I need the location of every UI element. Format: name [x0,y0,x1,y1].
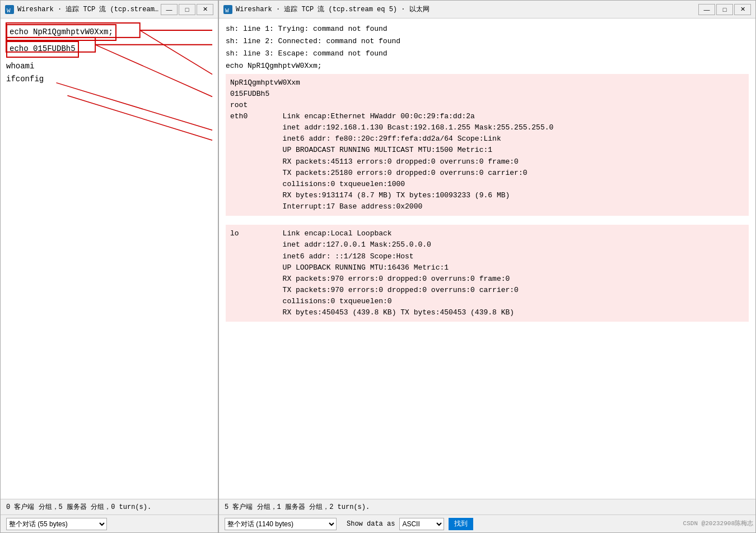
right-window-controls: — □ ✕ [698,4,751,15]
ascii-dropdown[interactable]: ASCII [399,518,444,530]
output-lo-header: lo Link encap:Local Loopback [230,228,744,239]
right-window: W Wireshark · 追踪 TCP 流 (tcp.stream eq 5)… [218,0,756,533]
output-lo-rx: RX packets:970 errors:0 dropped:0 overru… [230,274,744,285]
wireshark-icon-left: W [5,5,14,14]
output-lo-inet: inet addr:127.0.0.1 Mask:255.0.0.0 [230,239,744,251]
output-eth0-header: eth0 Link encap:Ethernet HWaddr 00:0c:29… [230,111,744,122]
command-line-3: whoami [6,60,212,73]
output-eth0-tx: TX packets:25180 errors:0 dropped:0 over… [230,168,744,179]
output-eth0-rx-bytes: RX bytes:9131174 (8.7 MB) TX bytes:10093… [230,190,744,201]
command-line-4: ifconfig [6,73,212,86]
output-eth0-inet6: inet6 addr: fe80::20c:29ff:fefa:dd2a/64 … [230,133,744,145]
svg-line-9 [67,96,212,141]
watermark: CSDN @20232908陈梅志 [683,519,753,527]
output-eth0-up: UP BROADCAST RUNNING MULTICAST MTU:1500 … [230,145,744,156]
command-line-2: echo 015FUDBh5 [6,41,212,58]
output-line-3: sh: line 3: Escape: command not found [226,48,749,60]
spacer [226,217,749,224]
left-window-title: Wireshark · 追踪 TCP 流 (tcp.stream eq 4) ·… [17,4,161,14]
minimize-button-left[interactable]: — [161,4,178,15]
highlighted-command-2: echo 015FUDBh5 [6,41,79,58]
highlighted-command-1: echo NpR1QgmhptvW0Xxm; [6,24,116,41]
highlighted-output-block-1: NpR1QgmhptvW0Xxm 015FUDBh5 root eth0 Lin… [226,74,749,216]
left-content-area: echo NpR1QgmhptvW0Xxm; echo 015FUDBh5 wh… [1,18,218,499]
ifconfig-command: ifconfig [6,75,44,84]
left-status-text: 0 客户端 分组，5 服务器 分组，0 turn(s). [6,502,151,512]
left-footer: 整个对话 (55 bytes) [1,515,218,532]
wireshark-icon-right: W [223,5,232,14]
output-lo-up: UP LOOPBACK RUNNING MTU:16436 Metric:1 [230,262,744,274]
annotation-overlay-left [1,18,218,499]
svg-text:W: W [7,7,11,14]
output-line-4: echo NpR1QgmhptvW0Xxm; [226,60,749,72]
svg-text:W: W [225,7,229,14]
right-status-text: 5 客户端 分组，1 服务器 分组，2 turn(s). [225,502,370,512]
right-tcp-stream-content: sh: line 1: Trying: command not found sh… [219,18,755,499]
highlighted-output-block-2: lo Link encap:Local Loopback inet addr:1… [226,225,749,322]
output-line-2: sh: line 2: Connected: command not found [226,35,749,48]
output-whoami-result: root [230,100,744,111]
right-conversation-dropdown[interactable]: 整个对话 (1140 bytes) [225,518,337,530]
left-title-bar: W Wireshark · 追踪 TCP 流 (tcp.stream eq 4)… [1,1,218,18]
left-status-bar: 0 客户端 分组，5 服务器 分组，0 turn(s). [1,499,218,515]
output-eth0-interrupt: Interrupt:17 Base address:0x2000 [230,201,744,212]
left-window: W Wireshark · 追踪 TCP 流 (tcp.stream eq 4)… [0,0,218,533]
output-eth0-collisions: collisions:0 txqueuelen:1000 [230,179,744,190]
svg-line-8 [56,83,212,131]
left-window-controls: — □ ✕ [161,4,213,15]
output-eth0-rx: RX packets:45113 errors:0 dropped:0 over… [230,156,744,168]
close-button-left[interactable]: ✕ [197,4,213,15]
right-content-area: sh: line 1: Trying: command not found sh… [219,18,755,499]
output-line-1: sh: line 1: Trying: command not found [226,23,749,35]
right-footer: 整个对话 (1140 bytes) Show data as ASCII 找到 [219,515,755,532]
output-echo-result-1: NpR1QgmhptvW0Xxm [230,77,744,89]
show-data-label: Show data as [347,520,395,528]
right-window-title: Wireshark · 追踪 TCP 流 (tcp.stream eq 5) ·… [236,4,698,14]
command-line-1: echo NpR1QgmhptvW0Xxm; [6,24,212,41]
right-status-bar: 5 客户端 分组，1 服务器 分组，2 turn(s). [219,499,755,515]
output-echo-result-2: 015FUDBh5 [230,89,744,100]
left-conversation-dropdown[interactable]: 整个对话 (55 bytes) [6,518,107,530]
output-lo-inet6: inet6 addr: ::1/128 Scope:Host [230,251,744,262]
minimize-button-right[interactable]: — [698,4,715,15]
find-button[interactable]: 找到 [449,518,473,530]
output-lo-rx-bytes: RX bytes:450453 (439.8 KB) TX bytes:4504… [230,307,744,318]
maximize-button-right[interactable]: □ [716,4,733,15]
maximize-button-left[interactable]: □ [179,4,195,15]
close-button-right[interactable]: ✕ [734,4,751,15]
output-lo-collisions: collisions:0 txqueuelen:0 [230,296,744,307]
left-tcp-stream-content: echo NpR1QgmhptvW0Xxm; echo 015FUDBh5 wh… [1,18,218,499]
right-title-bar: W Wireshark · 追踪 TCP 流 (tcp.stream eq 5)… [219,1,755,18]
whoami-command: whoami [6,62,34,71]
output-eth0-inet: inet addr:192.168.1.130 Bcast:192.168.1.… [230,122,744,133]
output-lo-tx: TX packets:970 errors:0 dropped:0 overru… [230,285,744,296]
